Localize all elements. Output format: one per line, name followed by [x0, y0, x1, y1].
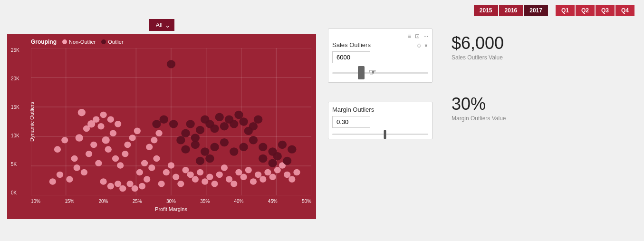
svg-point-59 — [235, 169, 242, 176]
scatter-svg — [31, 48, 311, 195]
svg-point-121 — [259, 154, 267, 163]
quarter-q1-button[interactable]: Q1 — [556, 5, 575, 16]
quarter-q3-button[interactable]: Q3 — [596, 5, 615, 16]
svg-point-64 — [260, 176, 266, 183]
svg-point-53 — [206, 174, 213, 180]
year-2015-button[interactable]: 2015 — [474, 5, 498, 16]
card-toolbar: ≡ ⊡ ··· — [332, 33, 428, 39]
quarter-q2-button[interactable]: Q2 — [576, 5, 595, 16]
x-tick-15: 15% — [65, 199, 74, 204]
svg-point-18 — [74, 164, 80, 171]
svg-point-15 — [49, 178, 56, 185]
svg-point-108 — [201, 147, 209, 155]
svg-point-45 — [168, 162, 174, 169]
scatter-chart-container: Grouping Non-Outlier Outlier Dynamic Out… — [7, 34, 316, 219]
svg-point-119 — [160, 115, 168, 123]
svg-point-84 — [139, 183, 145, 190]
svg-point-106 — [181, 145, 190, 153]
scatter-plot: Dynamic Outliers 25K 20K 15K 10K 5K 0K — [31, 48, 311, 195]
legend-title: Grouping — [31, 39, 57, 45]
card-title-row: Sales Outliers ◇ ∨ — [332, 41, 428, 48]
margin-outlier-card: Margin Outliers — [328, 102, 433, 139]
svg-point-89 — [176, 136, 185, 144]
svg-point-38 — [136, 169, 143, 176]
y-tick-0k: 0K — [11, 191, 19, 195]
svg-point-77 — [155, 130, 162, 136]
sales-input[interactable] — [332, 51, 370, 63]
svg-point-120 — [152, 120, 161, 128]
svg-point-93 — [196, 126, 204, 134]
svg-point-83 — [132, 185, 138, 192]
svg-point-78 — [100, 178, 106, 185]
svg-point-118 — [169, 120, 178, 128]
svg-point-49 — [187, 172, 194, 178]
svg-point-123 — [273, 152, 282, 160]
legend-non-outlier: Non-Outlier — [62, 39, 96, 45]
sales-slider-track[interactable] — [332, 72, 428, 74]
svg-point-82 — [126, 181, 133, 187]
svg-point-125 — [196, 157, 204, 165]
svg-point-63 — [255, 172, 261, 178]
quarter-q4-button[interactable]: Q4 — [615, 5, 634, 16]
svg-point-91 — [186, 120, 195, 128]
chevron-down-icon[interactable]: ∨ — [424, 42, 428, 48]
diamond-icon[interactable]: ◇ — [417, 42, 421, 48]
svg-point-22 — [71, 155, 77, 162]
margin-slider-thumb[interactable] — [384, 130, 386, 139]
grid-icon[interactable]: ≡ — [408, 33, 411, 39]
margin-kpi-label: Margin Outliers Value — [452, 115, 506, 122]
svg-point-58 — [231, 181, 237, 187]
svg-point-24 — [95, 160, 102, 166]
svg-point-65 — [264, 169, 271, 176]
svg-point-101 — [234, 111, 243, 119]
expand-icon[interactable]: ⊡ — [415, 33, 420, 39]
svg-point-116 — [278, 141, 287, 149]
dropdown-wrapper[interactable]: All — [149, 19, 174, 31]
svg-point-109 — [210, 143, 219, 151]
svg-point-81 — [119, 185, 126, 192]
svg-point-69 — [284, 172, 290, 178]
year-group: 2015 2016 2017 — [474, 5, 548, 16]
sales-slider-thumb[interactable] — [358, 66, 365, 79]
svg-point-73 — [107, 116, 114, 123]
svg-point-16 — [57, 172, 63, 178]
svg-point-54 — [211, 181, 218, 187]
svg-point-122 — [268, 159, 277, 167]
svg-point-46 — [173, 174, 179, 180]
sales-kpi-block: $6,000 Sales Outliers Value — [452, 33, 506, 61]
year-2016-button[interactable]: 2016 — [499, 5, 523, 16]
chart-section: All Grouping Non-Outlier Outlier Dynamic… — [5, 19, 318, 236]
svg-point-30 — [97, 123, 104, 130]
more-icon[interactable]: ··· — [423, 33, 428, 39]
x-tick-30: 30% — [166, 199, 176, 204]
svg-point-52 — [202, 178, 208, 185]
svg-point-80 — [115, 181, 121, 187]
svg-point-70 — [288, 176, 295, 183]
chart-legend: Grouping Non-Outlier Outlier — [31, 39, 311, 45]
x-tick-20: 20% — [98, 199, 108, 204]
x-tick-50: 50% — [302, 199, 311, 204]
y-tick-5k: 5K — [11, 162, 19, 167]
all-dropdown[interactable]: All — [149, 19, 174, 31]
outlier-label: Outlier — [108, 39, 123, 45]
sales-card-title: Sales Outliers — [332, 41, 371, 48]
margin-slider-track[interactable] — [332, 134, 428, 135]
svg-point-32 — [112, 155, 119, 162]
svg-point-124 — [283, 157, 291, 165]
x-ticks: 10% 15% 20% 25% 30% 35% 40% 45% 50% — [31, 199, 311, 204]
margin-input[interactable] — [332, 116, 370, 128]
svg-point-57 — [226, 176, 232, 183]
svg-point-88 — [167, 60, 175, 68]
svg-point-25 — [76, 134, 83, 142]
year-2017-button[interactable]: 2017 — [524, 5, 548, 16]
svg-point-27 — [90, 142, 97, 148]
svg-point-42 — [153, 155, 160, 162]
svg-point-17 — [66, 176, 73, 183]
svg-point-43 — [158, 181, 165, 187]
svg-point-75 — [146, 144, 153, 151]
margin-kpi-block: 30% Margin Outliers Value — [452, 94, 506, 122]
sales-kpi-value: $6,000 — [452, 33, 504, 53]
svg-point-48 — [182, 167, 189, 174]
sales-slider-row: ☞ — [332, 67, 428, 78]
y-tick-25k: 25K — [11, 48, 19, 53]
